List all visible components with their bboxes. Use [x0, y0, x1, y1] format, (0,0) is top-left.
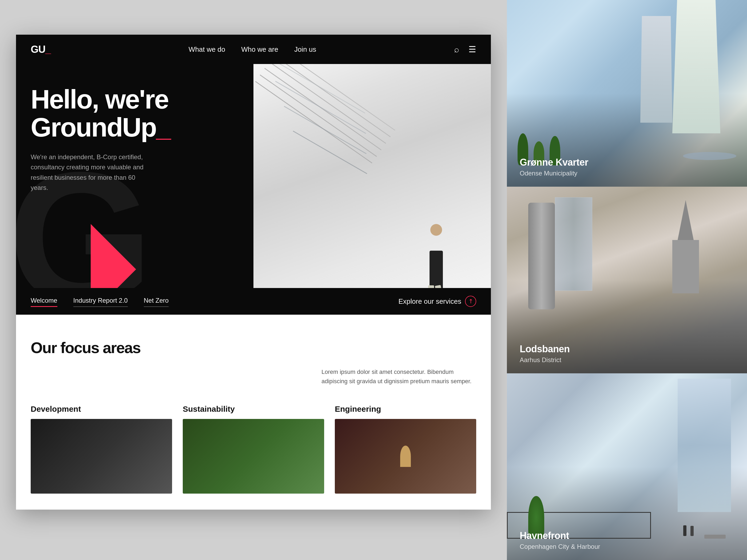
menu-icon[interactable]: ☰ — [468, 44, 476, 54]
gronne-kvarter-title: Grønne Kvarter — [520, 157, 734, 168]
nav-icons: ⌕ ☰ — [454, 44, 476, 54]
focus-areas-title: Our focus areas — [31, 339, 476, 356]
hero-title-line2: GroundUp — [31, 112, 156, 142]
building-shape-1 — [672, 0, 720, 133]
search-icon[interactable]: ⌕ — [454, 45, 459, 54]
focus-area-development[interactable]: Development — [31, 404, 172, 494]
explore-label: Explore our services — [398, 297, 461, 305]
nav-who-we-are[interactable]: Who we are — [241, 45, 278, 54]
engineering-title: Engineering — [335, 404, 476, 414]
development-title: Development — [31, 404, 172, 414]
havnefront-subtitle: Copenhagen City & Harbour — [520, 543, 734, 551]
cylinder-building — [528, 203, 555, 309]
sidebar-card-havnefront[interactable]: Havnefront Copenhagen City & Harbour — [507, 373, 747, 560]
logo-cursor: _ — [45, 44, 51, 55]
focus-area-engineering[interactable]: Engineering — [335, 404, 476, 494]
tab-industry-report[interactable]: Industry Report 2.0 — [73, 297, 128, 306]
hero-image — [253, 64, 491, 315]
person-head — [430, 224, 442, 236]
hero-content: G Hello, we're GroundUp_ We're an indepe… — [16, 64, 491, 315]
havnefront-title: Havnefront — [520, 530, 734, 541]
tab-welcome[interactable]: Welcome — [31, 297, 57, 306]
hero-description: We're an independent, B-Corp certified, … — [31, 152, 153, 193]
staircase-visual — [253, 64, 491, 315]
person-figure — [424, 224, 448, 288]
hero-title-cursor: _ — [156, 112, 170, 142]
tab-net-zero[interactable]: Net Zero — [144, 297, 169, 306]
lodsbanen-overlay: Lodsbanen Aarhus District — [507, 334, 747, 373]
focus-description: Lorem ipsum dolor sit amet consectetur. … — [321, 367, 476, 386]
right-sidebar: Grønne Kvarter Odense Municipality Lodsb… — [507, 0, 747, 560]
hero-left: G Hello, we're GroundUp_ We're an indepe… — [16, 64, 253, 315]
navigation: GU_ What we do Who we are Join us ⌕ ☰ — [16, 35, 491, 64]
hero-section: GU_ What we do Who we are Join us ⌕ ☰ G — [16, 35, 491, 315]
church-body — [672, 240, 699, 293]
nav-links: What we do Who we are Join us — [189, 45, 316, 54]
lodsbanen-subtitle: Aarhus District — [520, 356, 734, 364]
focus-areas-grid: Development Sustainability Engineering — [31, 404, 476, 494]
church-shape — [672, 200, 699, 293]
hero-title-line1: Hello, we're — [31, 84, 168, 114]
church-spire — [678, 200, 694, 240]
building-shape-2 — [640, 16, 672, 123]
development-image — [31, 419, 172, 494]
tab-list: Welcome Industry Report 2.0 Net Zero — [31, 297, 398, 306]
havnefront-overlay: Havnefront Copenhagen City & Harbour — [507, 521, 747, 560]
hero-tabs: Welcome Industry Report 2.0 Net Zero Exp… — [16, 288, 491, 315]
focus-area-sustainability[interactable]: Sustainability — [183, 404, 324, 494]
focus-desc-row: Lorem ipsum dolor sit amet consectetur. … — [31, 367, 476, 386]
sidebar-card-lodsbanen[interactable]: Lodsbanen Aarhus District — [507, 187, 747, 373]
website-container: GU_ What we do Who we are Join us ⌕ ☰ G — [16, 35, 491, 510]
lamp-icon — [400, 446, 411, 467]
nav-join-us[interactable]: Join us — [294, 45, 316, 54]
person-body — [430, 251, 443, 288]
glass-building — [678, 379, 731, 512]
lodsbanen-title: Lodsbanen — [520, 344, 734, 355]
arch-lines — [259, 69, 449, 220]
explore-services-button[interactable]: Explore our services ↗ — [398, 296, 476, 307]
hero-heading: Hello, we're GroundUp_ — [31, 85, 239, 141]
logo[interactable]: GU_ — [31, 44, 51, 55]
gronne-kvarter-subtitle: Odense Municipality — [520, 169, 734, 177]
sustainability-image — [183, 419, 324, 494]
sustainability-title: Sustainability — [183, 404, 324, 414]
nav-what-we-do[interactable]: What we do — [189, 45, 225, 54]
focus-areas-section: Our focus areas Lorem ipsum dolor sit am… — [16, 315, 491, 510]
gronne-kvarter-overlay: Grønne Kvarter Odense Municipality — [507, 147, 747, 187]
explore-arrow-icon: ↗ — [463, 293, 478, 309]
engineering-image — [335, 419, 476, 494]
sidebar-card-gronne-kvarter[interactable]: Grønne Kvarter Odense Municipality — [507, 0, 747, 187]
